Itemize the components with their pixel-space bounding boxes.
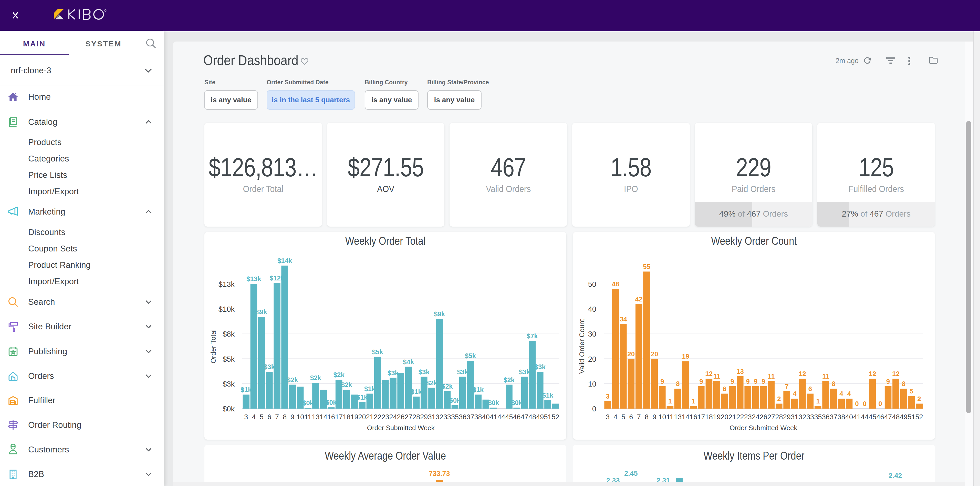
svg-text:47: 47 xyxy=(521,413,528,421)
svg-text:3: 3 xyxy=(606,392,609,400)
svg-text:11: 11 xyxy=(822,373,829,380)
svg-text:52: 52 xyxy=(552,413,559,421)
svg-text:5: 5 xyxy=(260,413,264,421)
svg-text:31: 31 xyxy=(791,413,799,421)
svg-text:$5k: $5k xyxy=(465,352,476,360)
svg-text:40: 40 xyxy=(482,413,490,421)
svg-text:11: 11 xyxy=(713,373,720,380)
svg-text:20: 20 xyxy=(627,350,635,358)
svg-text:46: 46 xyxy=(877,413,884,421)
svg-text:$3k: $3k xyxy=(264,363,275,371)
svg-text:$9k: $9k xyxy=(434,310,445,318)
svg-text:20: 20 xyxy=(358,413,366,421)
svg-text:16: 16 xyxy=(327,413,335,421)
svg-text:$3k: $3k xyxy=(418,368,430,376)
svg-text:$2k: $2k xyxy=(442,382,453,390)
svg-text:$3k: $3k xyxy=(457,368,468,376)
svg-text:34: 34 xyxy=(620,315,627,323)
svg-text:6: 6 xyxy=(722,385,726,393)
svg-text:26: 26 xyxy=(760,413,767,421)
svg-text:6: 6 xyxy=(267,413,271,421)
svg-text:8: 8 xyxy=(832,380,835,387)
svg-text:12: 12 xyxy=(705,370,713,378)
svg-text:7: 7 xyxy=(785,382,789,390)
svg-text:17: 17 xyxy=(697,413,705,421)
svg-text:13: 13 xyxy=(312,413,320,421)
svg-text:6: 6 xyxy=(629,413,633,421)
svg-text:18: 18 xyxy=(705,413,713,421)
svg-text:21: 21 xyxy=(366,413,374,421)
svg-text:24: 24 xyxy=(389,413,397,421)
svg-text:9: 9 xyxy=(746,378,750,385)
svg-text:26: 26 xyxy=(397,413,405,421)
svg-text:21: 21 xyxy=(729,413,736,421)
svg-text:36: 36 xyxy=(822,413,830,421)
svg-text:4: 4 xyxy=(252,413,256,421)
svg-text:8: 8 xyxy=(283,413,286,421)
svg-text:Order Submitted Week: Order Submitted Week xyxy=(730,424,798,432)
svg-text:$13k: $13k xyxy=(218,280,235,288)
svg-text:45: 45 xyxy=(869,413,876,421)
svg-text:$7k: $7k xyxy=(527,332,538,340)
svg-text:49: 49 xyxy=(536,413,544,421)
svg-text:$14k: $14k xyxy=(277,257,292,265)
svg-text:$2k: $2k xyxy=(334,371,345,379)
svg-text:0: 0 xyxy=(855,400,859,408)
svg-text:17: 17 xyxy=(335,413,343,421)
svg-text:51: 51 xyxy=(544,413,552,421)
svg-text:$3k: $3k xyxy=(535,363,546,371)
svg-text:12: 12 xyxy=(799,370,806,378)
svg-text:48: 48 xyxy=(528,413,536,421)
svg-text:Valid Order Count: Valid Order Count xyxy=(578,319,586,374)
svg-text:16: 16 xyxy=(689,413,697,421)
svg-text:12: 12 xyxy=(869,370,876,378)
svg-text:$10k: $10k xyxy=(218,305,235,313)
svg-text:$0k: $0k xyxy=(302,399,314,407)
svg-text:29: 29 xyxy=(420,413,428,421)
svg-text:14: 14 xyxy=(320,413,327,421)
svg-text:13: 13 xyxy=(737,368,744,375)
svg-text:51: 51 xyxy=(907,413,915,421)
svg-text:1: 1 xyxy=(692,397,695,405)
svg-text:45: 45 xyxy=(505,413,513,421)
svg-text:19: 19 xyxy=(350,413,358,421)
svg-text:$13k: $13k xyxy=(247,275,261,283)
svg-text:9: 9 xyxy=(754,378,757,385)
svg-text:22: 22 xyxy=(374,413,382,421)
svg-text:$0k: $0k xyxy=(449,397,461,404)
svg-text:1: 1 xyxy=(816,397,820,405)
svg-text:0: 0 xyxy=(863,400,867,408)
svg-text:44: 44 xyxy=(498,413,505,421)
svg-text:$3k: $3k xyxy=(388,369,399,377)
svg-text:0: 0 xyxy=(592,405,596,413)
svg-text:33: 33 xyxy=(443,413,451,421)
svg-text:3: 3 xyxy=(244,413,248,421)
svg-text:37: 37 xyxy=(830,413,837,421)
svg-text:$2k: $2k xyxy=(287,376,298,384)
svg-text:$9k: $9k xyxy=(256,308,267,316)
svg-text:47: 47 xyxy=(884,413,892,421)
svg-text:$5k: $5k xyxy=(372,348,383,356)
svg-text:9: 9 xyxy=(660,378,664,385)
svg-text:$1k: $1k xyxy=(410,388,422,395)
svg-text:11: 11 xyxy=(304,413,312,421)
svg-text:2: 2 xyxy=(777,395,781,403)
svg-text:4: 4 xyxy=(614,413,617,421)
svg-text:8: 8 xyxy=(645,413,649,421)
svg-text:$8k: $8k xyxy=(223,330,235,338)
svg-text:11: 11 xyxy=(667,413,674,421)
svg-text:5: 5 xyxy=(621,413,625,421)
svg-text:19: 19 xyxy=(682,352,689,360)
svg-text:38: 38 xyxy=(474,413,482,421)
svg-text:8: 8 xyxy=(676,380,679,387)
svg-text:28: 28 xyxy=(775,413,783,421)
svg-text:27: 27 xyxy=(405,413,412,421)
svg-text:40: 40 xyxy=(588,305,596,313)
svg-text:35: 35 xyxy=(451,413,459,421)
svg-text:9: 9 xyxy=(762,378,765,385)
svg-text:10: 10 xyxy=(588,380,596,388)
svg-text:$1k: $1k xyxy=(473,386,484,394)
svg-text:$1k: $1k xyxy=(356,394,368,401)
svg-text:37: 37 xyxy=(466,413,474,421)
svg-text:9: 9 xyxy=(730,378,734,385)
